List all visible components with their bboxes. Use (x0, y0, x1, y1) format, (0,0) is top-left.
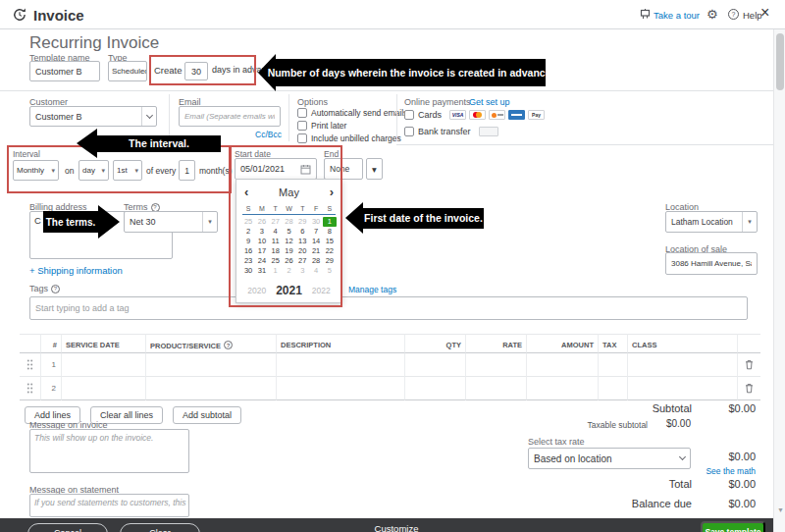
calendar-day[interactable]: 7 (309, 227, 323, 237)
calendar-day[interactable]: 29 (323, 256, 337, 266)
calendar-day[interactable]: 20 (295, 246, 309, 256)
save-template-button[interactable]: Save template (701, 521, 765, 532)
scrollbar-thumb[interactable] (776, 33, 784, 90)
drag-handle[interactable] (20, 377, 41, 400)
template-name-input[interactable] (29, 61, 100, 81)
cell-product-service[interactable] (146, 353, 277, 377)
take-a-tour-link[interactable]: Take a tour (654, 10, 700, 21)
manage-tags-link[interactable]: Manage tags (348, 285, 396, 294)
email-input[interactable] (179, 106, 281, 127)
calendar-day[interactable]: 2 (283, 266, 296, 276)
calendar-day[interactable]: 31 (255, 266, 269, 276)
calendar-day[interactable]: 9 (241, 237, 255, 246)
interval-frequency-select[interactable]: Monthly▾ (13, 160, 59, 181)
scrollbar-track[interactable]: ▼ (773, 29, 785, 532)
calendar-day[interactable]: 15 (323, 237, 337, 246)
calendar-day[interactable]: 11 (269, 237, 283, 246)
terms-select[interactable]: Net 30▾ (124, 211, 218, 233)
calendar-day[interactable]: 4 (269, 227, 283, 237)
cell-amount[interactable] (527, 377, 599, 400)
calendar-day[interactable]: 27 (269, 217, 283, 227)
calendar-day[interactable]: 8 (323, 227, 337, 237)
calendar-year-2022[interactable]: 2022 (312, 286, 331, 295)
cell-description[interactable] (277, 377, 405, 400)
cancel-button[interactable]: Cancel (27, 523, 108, 532)
cell-service-date[interactable] (62, 377, 146, 400)
days-in-advance-input[interactable] (184, 62, 208, 80)
calendar-day[interactable]: 30 (309, 217, 323, 227)
calendar-day[interactable]: 24 (255, 256, 269, 266)
delete-line-button[interactable] (738, 353, 760, 377)
calendar-day[interactable]: 17 (255, 246, 269, 256)
info-icon[interactable]: ? (51, 285, 60, 293)
cell-rate[interactable] (466, 377, 527, 400)
type-select[interactable]: Scheduled▾ (108, 61, 147, 81)
cell-class[interactable] (628, 377, 738, 400)
cell-rate[interactable] (466, 353, 527, 377)
customer-select[interactable]: Customer B (29, 106, 157, 127)
calendar-day[interactable]: 4 (309, 266, 323, 276)
tags-input[interactable] (29, 296, 748, 320)
calendar-day[interactable]: 13 (295, 237, 309, 246)
calendar-day[interactable]: 6 (295, 227, 309, 237)
start-date-input[interactable]: 05/01/2021 (235, 158, 317, 180)
calendar-day[interactable]: 5 (283, 227, 296, 237)
cell-class[interactable] (628, 353, 738, 377)
location-of-sale-input[interactable] (665, 252, 758, 275)
option-checkbox-2[interactable] (297, 133, 307, 143)
calendar-day[interactable]: 30 (241, 266, 255, 276)
calendar-year-2020[interactable]: 2020 (247, 286, 266, 295)
end-select-caret-button[interactable]: ▾ (366, 158, 383, 180)
interval-day-select[interactable]: day▾ (78, 160, 109, 181)
calendar-day[interactable]: 26 (283, 256, 296, 266)
info-icon[interactable]: ? (224, 341, 233, 349)
option-checkbox-1[interactable] (297, 121, 307, 131)
get-set-up-link[interactable]: Get set up (469, 97, 510, 107)
calendar-icon[interactable] (300, 164, 311, 175)
interval-every-input[interactable] (179, 160, 195, 181)
tax-rate-select[interactable]: Based on location (528, 448, 691, 469)
calendar-day[interactable]: 16 (241, 246, 255, 256)
interval-ordinal-select[interactable]: 1st▾ (113, 160, 142, 181)
calendar-day[interactable]: 28 (283, 217, 296, 227)
cell-qty[interactable] (405, 377, 466, 400)
calendar-day[interactable]: 3 (295, 266, 309, 276)
cell-description[interactable] (277, 353, 405, 377)
add-subtotal-button[interactable]: Add subtotal (173, 406, 241, 424)
customize-button[interactable]: Customize (347, 523, 445, 532)
calendar-day[interactable]: 18 (269, 246, 283, 256)
calendar-year-2021[interactable]: 2021 (276, 284, 302, 297)
calendar-day[interactable]: 12 (283, 237, 296, 246)
calendar-next-icon[interactable]: › (330, 185, 334, 199)
calendar-day[interactable]: 1 (323, 217, 337, 227)
message-on-statement-textarea[interactable] (29, 494, 189, 517)
scroll-down-icon[interactable]: ▼ (777, 506, 784, 513)
option-checkbox-0[interactable] (297, 108, 307, 118)
calendar-day[interactable]: 28 (309, 256, 323, 266)
help-label[interactable]: Help (743, 10, 762, 21)
calendar-day[interactable]: 25 (241, 217, 255, 227)
ccbcc-link[interactable]: Cc/Bcc (255, 130, 282, 139)
calendar-day[interactable]: 2 (241, 227, 255, 237)
see-the-math-link[interactable]: See the math (687, 466, 756, 476)
cell-service-date[interactable] (62, 353, 146, 377)
calendar-day[interactable]: 1 (269, 266, 283, 276)
calendar-day[interactable]: 22 (323, 246, 337, 256)
end-select[interactable]: None (324, 158, 363, 180)
cards-checkbox[interactable] (404, 110, 414, 120)
calendar-day[interactable]: 19 (283, 246, 296, 256)
calendar-day[interactable]: 25 (269, 256, 283, 266)
help-circle-icon[interactable]: ? (728, 9, 739, 20)
message-on-invoice-textarea[interactable] (29, 429, 189, 473)
calendar-day[interactable]: 27 (295, 256, 309, 266)
location-select[interactable]: Latham Location▾ (665, 211, 758, 233)
cell-tax[interactable] (599, 353, 628, 377)
drag-handle[interactable] (20, 353, 41, 377)
calendar-day[interactable]: 14 (309, 237, 323, 246)
delete-line-button[interactable] (738, 377, 760, 400)
bank-transfer-checkbox[interactable] (404, 127, 414, 136)
close-icon[interactable]: × (760, 4, 769, 22)
calendar-day[interactable]: 10 (255, 237, 269, 246)
calendar-day[interactable]: 21 (309, 246, 323, 256)
cell-tax[interactable] (599, 377, 628, 400)
